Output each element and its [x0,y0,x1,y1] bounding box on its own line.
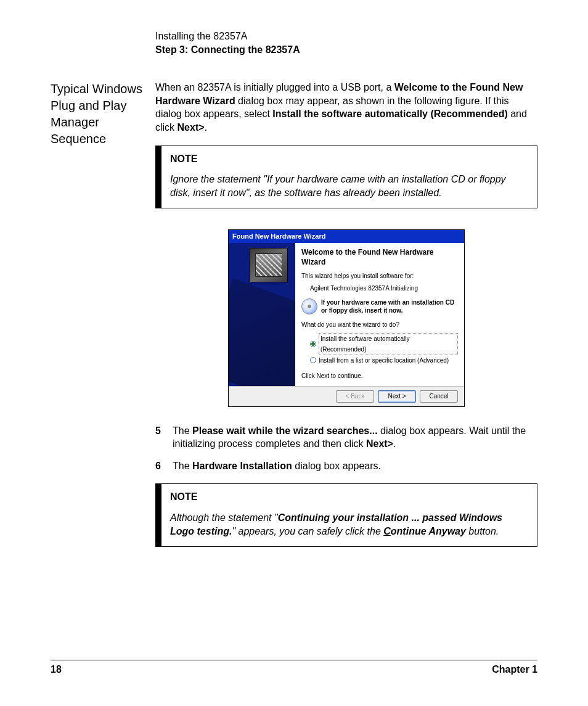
chapter-label: Chapter 1 [492,663,537,676]
note-box-1: NOTE Ignore the statement "If your hardw… [155,146,537,209]
note-body: Although the statement "Continuing your … [170,511,528,538]
header-line-2: Step 3: Connecting the 82357A [155,43,537,57]
radio-label-auto: Install the software automatically (Reco… [319,333,458,355]
radio-option-advanced[interactable]: Install from a list or specific location… [310,355,458,366]
cd-icon [301,298,317,314]
step-6: 6 The Hardware Installation dialog box a… [155,459,537,473]
radio-icon[interactable] [310,357,316,363]
header-line-1: Installing the 82357A [155,30,537,43]
note-title: NOTE [170,490,528,504]
wizard-cd-text: If your hardware came with an installati… [321,298,458,314]
next-button[interactable]: Next > [378,390,416,403]
intro-paragraph: When an 82357A is initially plugged into… [155,81,537,134]
wizard-dialog: Found New Hardware Wizard Welcome to the… [228,229,465,406]
note-box-2: NOTE Although the statement "Continuing … [155,483,537,547]
wizard-question: What do you want the wizard to do? [301,321,458,329]
hardware-icon [250,248,288,282]
step-5: 5 The Please wait while the wizard searc… [155,424,537,451]
radio-label-advanced: Install from a list or specific location… [319,355,449,366]
wizard-titlebar: Found New Hardware Wizard [229,230,464,243]
page-footer: 18 Chapter 1 [51,660,537,676]
page-number: 18 [51,663,62,676]
step-number: 6 [155,459,164,473]
radio-icon[interactable] [310,341,316,347]
cancel-button[interactable]: Cancel [420,390,458,403]
note-title: NOTE [170,152,528,166]
wizard-heading: Welcome to the Found New Hardware Wizard [301,248,458,267]
wizard-sidebar [229,243,295,386]
step-number: 5 [155,424,164,451]
back-button: < Back [336,390,374,403]
radio-option-auto[interactable]: Install the software automatically (Reco… [310,333,458,355]
side-heading: Typical Windows Plug and Play Manager Se… [51,81,143,547]
wizard-device-name: Agilent Technologies 82357A Initializing [310,284,458,293]
wizard-line-1: This wizard helps you install software f… [301,272,458,281]
running-header: Installing the 82357A Step 3: Connecting… [155,30,537,56]
wizard-continue-text: Click Next to continue. [301,372,458,380]
note-body: Ignore the statement "If your hardware c… [170,173,528,199]
wizard-button-bar: < Back Next > Cancel [229,386,464,406]
